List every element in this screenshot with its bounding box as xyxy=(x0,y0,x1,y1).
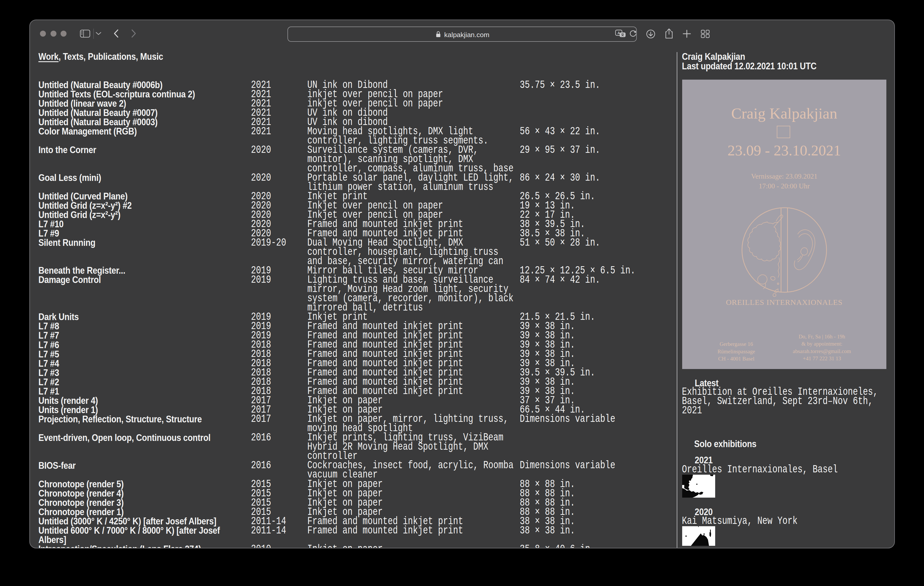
svg-text:17:00 - 20:00 Uhr: 17:00 - 20:00 Uhr xyxy=(759,182,810,190)
svg-text:absarah.torres@gmail.com: absarah.torres@gmail.com xyxy=(793,348,851,354)
svg-text:Vernissage: 23.09.2021: Vernissage: 23.09.2021 xyxy=(751,172,817,180)
svg-text:Craig Kalpakjian: Craig Kalpakjian xyxy=(731,105,837,122)
svg-text:Gerbergasse 16: Gerbergasse 16 xyxy=(719,341,753,347)
svg-text:+41 77 222 31 13: +41 77 222 31 13 xyxy=(803,356,841,362)
svg-text:Rümelinspassage: Rümelinspassage xyxy=(718,348,755,355)
svg-text:Do, Fr, Sa | 16h - 19h: Do, Fr, Sa | 16h - 19h xyxy=(799,333,845,340)
svg-text:OREILLES INTERNAXIONALES: OREILLES INTERNAXIONALES xyxy=(726,298,843,306)
svg-text:CH - 4001 Basel: CH - 4001 Basel xyxy=(718,356,755,362)
svg-text:& by appointment:: & by appointment: xyxy=(802,341,843,347)
svg-text:23.09 - 23.10.2021: 23.09 - 23.10.2021 xyxy=(728,142,841,159)
